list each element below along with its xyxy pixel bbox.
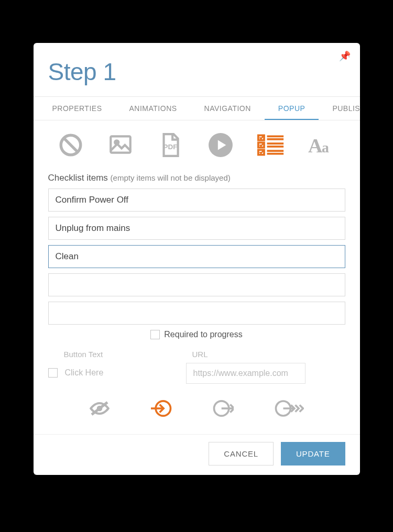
svg-line-1 bbox=[64, 138, 78, 152]
exit-forward-icon[interactable] bbox=[275, 400, 304, 419]
checklist-item-2[interactable] bbox=[48, 217, 345, 240]
footer: CANCEL UPDATE bbox=[34, 434, 360, 475]
pin-icon[interactable]: 📌 bbox=[341, 51, 351, 63]
button-text-block: Button Text bbox=[48, 350, 177, 383]
hide-icon[interactable] bbox=[89, 400, 110, 419]
checklist-hint: (empty items will not be displayed) bbox=[111, 173, 231, 182]
popup-type-icons: PDF Aa bbox=[34, 120, 360, 168]
update-button[interactable]: UPDATE bbox=[281, 442, 345, 465]
step-editor-panel: Step 1 📌 PROPERTIES ANIMATIONS NAVIGATIO… bbox=[34, 43, 360, 475]
required-checkbox[interactable] bbox=[150, 330, 160, 339]
content-area: Checklist items (empty items will not be… bbox=[34, 168, 360, 434]
checklist-label: Checklist items (empty items will not be… bbox=[48, 173, 345, 183]
checklist-label-text: Checklist items bbox=[48, 173, 108, 183]
checklist-icon[interactable] bbox=[257, 132, 285, 158]
svg-text:a: a bbox=[322, 139, 329, 156]
tab-navigation[interactable]: NAVIGATION bbox=[191, 97, 265, 120]
panel-header: Step 1 📌 bbox=[34, 43, 360, 96]
tab-popup[interactable]: POPUP bbox=[265, 97, 319, 120]
checklist-item-5[interactable] bbox=[48, 302, 345, 325]
image-icon[interactable] bbox=[107, 132, 134, 158]
nav-icons bbox=[48, 387, 345, 430]
tab-publish[interactable]: PUBLISH bbox=[319, 97, 359, 120]
svg-rect-2 bbox=[111, 136, 130, 152]
button-text-label: Button Text bbox=[48, 350, 177, 359]
svg-text:PDF: PDF bbox=[163, 143, 178, 151]
none-icon[interactable] bbox=[58, 132, 84, 158]
required-label: Required to progress bbox=[164, 330, 242, 339]
button-text-input[interactable] bbox=[63, 363, 177, 383]
checklist-item-4[interactable] bbox=[48, 273, 345, 296]
tab-bar: PROPERTIES ANIMATIONS NAVIGATION POPUP P… bbox=[34, 97, 360, 120]
url-label: URL bbox=[186, 350, 345, 359]
tab-properties[interactable]: PROPERTIES bbox=[39, 97, 116, 120]
checklist-item-3[interactable] bbox=[48, 245, 345, 268]
checklist-item-1[interactable] bbox=[48, 189, 345, 212]
enter-icon[interactable] bbox=[151, 400, 172, 419]
exit-icon[interactable] bbox=[213, 400, 234, 419]
button-url-row: Button Text URL bbox=[48, 350, 345, 384]
cancel-button[interactable]: CANCEL bbox=[209, 442, 274, 465]
text-icon[interactable]: Aa bbox=[308, 132, 335, 158]
required-row: Required to progress bbox=[48, 330, 345, 339]
page-title: Step 1 bbox=[48, 58, 345, 86]
button-enable-checkbox[interactable] bbox=[48, 368, 58, 378]
url-input[interactable] bbox=[186, 363, 305, 384]
pdf-icon[interactable]: PDF bbox=[157, 132, 183, 158]
svg-text:A: A bbox=[308, 135, 323, 157]
url-block: URL bbox=[186, 350, 345, 384]
video-icon[interactable] bbox=[208, 132, 234, 158]
tab-animations[interactable]: ANIMATIONS bbox=[116, 97, 191, 120]
